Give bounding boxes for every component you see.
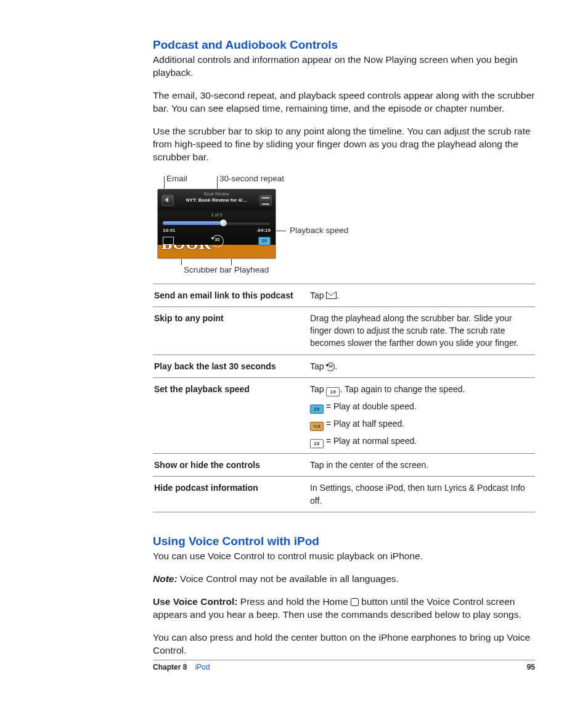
speed-half-badge: ½X xyxy=(310,422,324,431)
body-text: Use Voice Control: Press and hold the Ho… xyxy=(153,595,535,621)
callout-playback-speed: Playback speed xyxy=(290,226,348,236)
callout-playhead: Playhead xyxy=(234,265,269,275)
now-playing-screenshot: NYTIMES.COM BOOK Book Review NYT: Book R… xyxy=(157,189,276,259)
controls-table: Send an email link to this podcast Tap .… xyxy=(153,284,535,512)
repeat-30-icon: 30 xyxy=(211,235,224,247)
table-row-value: Tap 1X. Tap again to change the speed. 2… xyxy=(309,378,535,454)
table-row-value: Drag the playhead along the scrubber bar… xyxy=(309,306,535,355)
playback-speed-badge: 2X xyxy=(258,237,271,245)
callout-email: Email xyxy=(166,174,187,184)
table-row-value: Tap . xyxy=(309,284,535,306)
body-text: The email, 30-second repeat, and playbac… xyxy=(153,89,535,115)
section-label: iPod xyxy=(195,663,210,671)
page-footer: Chapter 8 iPod 95 xyxy=(153,660,535,671)
player-diagram: Email 30-second repeat Playback speed Sc… xyxy=(153,174,535,279)
remaining-time: -04:19 xyxy=(256,228,271,233)
table-row-label: Send an email link to this podcast xyxy=(153,284,309,306)
home-button-icon xyxy=(351,598,359,606)
table-row-label: Set the playback speed xyxy=(153,378,309,454)
note-text: Note: Voice Control may not be available… xyxy=(153,572,535,585)
heading-podcast-controls: Podcast and Audiobook Controls xyxy=(153,38,535,52)
callout-scrubber-bar: Scrubber bar xyxy=(184,265,232,275)
page-number: 95 xyxy=(527,663,535,671)
elapsed-time: 10:41 xyxy=(163,228,175,233)
speed-1x-badge: 1X xyxy=(326,387,340,396)
playhead xyxy=(220,220,227,226)
chapter-label: Chapter 8 xyxy=(153,663,187,671)
speed-2x-badge: 2X xyxy=(310,404,324,414)
email-icon xyxy=(326,292,337,299)
scrubber-bar xyxy=(163,221,271,225)
table-row-label: Play back the last 30 seconds xyxy=(153,355,309,377)
callout-30-second-repeat: 30-second repeat xyxy=(219,174,284,184)
table-row-value: In Settings, choose iPod, then turn Lyri… xyxy=(309,477,535,512)
heading-voice-control: Using Voice Control with iPod xyxy=(153,535,535,548)
table-row-label: Skip to any point xyxy=(153,306,309,355)
table-row-value: Tap in the center of the screen. xyxy=(309,454,535,477)
email-icon xyxy=(163,237,174,245)
table-row-label: Show or hide the controls xyxy=(153,454,309,477)
tracklist-icon xyxy=(259,195,272,206)
repeat-30-icon: 30 xyxy=(326,363,335,371)
body-text: Use the scrubber bar to skip to any poin… xyxy=(153,125,535,163)
speed-1x-badge: 1X xyxy=(310,439,324,448)
table-row-label: Hide podcast information xyxy=(153,477,309,512)
table-row-value: Tap 30. xyxy=(309,355,535,377)
body-text: You can also press and hold the center b… xyxy=(153,631,535,657)
body-text: Additional controls and information appe… xyxy=(153,53,535,79)
body-text: You can use Voice Control to control mus… xyxy=(153,549,535,562)
